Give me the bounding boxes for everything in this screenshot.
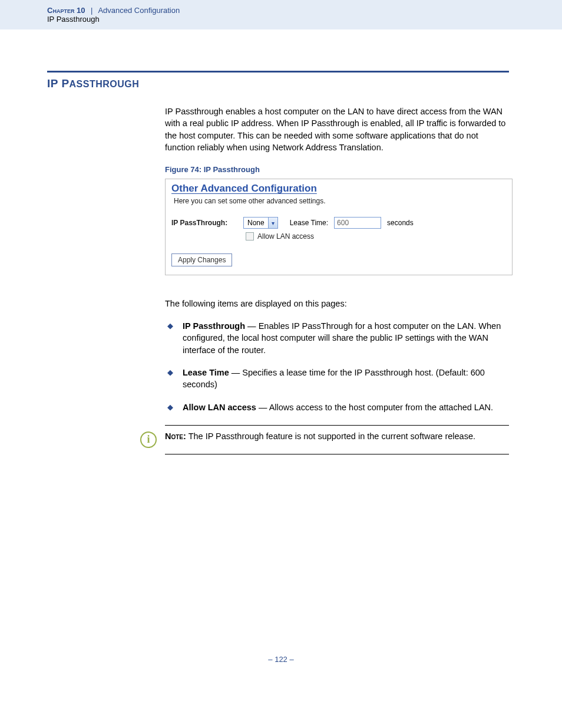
item-list: IP Passthrough — Enables IP PassThrough … [165,320,509,413]
section-rule [47,71,509,73]
item-desc: — Allows access to the host computer fro… [256,403,493,412]
note-label: Note: [165,431,186,441]
note-rule-bottom [165,454,509,454]
select-value: None [244,219,268,227]
intro-paragraph: IP Passthrough enables a host computer o… [165,106,509,153]
following-text: The following items are displayed on thi… [165,299,509,308]
info-icon: i [140,431,157,448]
figure-caption: Figure 74: IP Passthrough [165,165,509,174]
allow-lan-label: Allow LAN access [257,232,314,241]
item-title: Allow LAN access [183,403,256,412]
chapter-label: Chapter 10 [47,6,85,15]
ip-passthrough-label: IP PassThrough: [171,219,237,227]
allow-lan-checkbox[interactable] [246,232,254,241]
figure-screenshot: Other Advanced Configuration Here you ca… [165,179,513,275]
page-number: – 122 – [0,655,562,681]
breadcrumb: IP Passthrough [47,15,562,24]
chapter-title: Advanced Configuration [98,6,180,15]
note-rule-top [165,425,509,426]
section-title: IP PASSTHROUGH [47,77,509,90]
separator: | [91,6,92,15]
chevron-down-icon[interactable]: ▾ [268,218,277,228]
seconds-label: seconds [387,219,414,227]
panel-title: Other Advanced Configuration [166,179,512,196]
list-item: IP Passthrough — Enables IP PassThrough … [165,320,509,356]
note-text: The IP Passthrough feature is not suppor… [186,431,475,441]
list-item: Allow LAN access — Allows access to the … [165,401,509,413]
ip-passthrough-select[interactable]: None ▾ [243,217,278,229]
page-header: Chapter 10 | Advanced Configuration IP P… [0,0,562,29]
lease-time-input[interactable] [334,217,381,229]
lease-time-label: Lease Time: [290,219,328,227]
panel-subtitle: Here you can set some other advanced set… [166,196,512,216]
item-title: IP Passthrough [183,321,245,331]
list-item: Lease Time — Specifies a lease time for … [165,367,509,391]
item-title: Lease Time [183,368,229,377]
apply-changes-button[interactable]: Apply Changes [171,253,232,266]
